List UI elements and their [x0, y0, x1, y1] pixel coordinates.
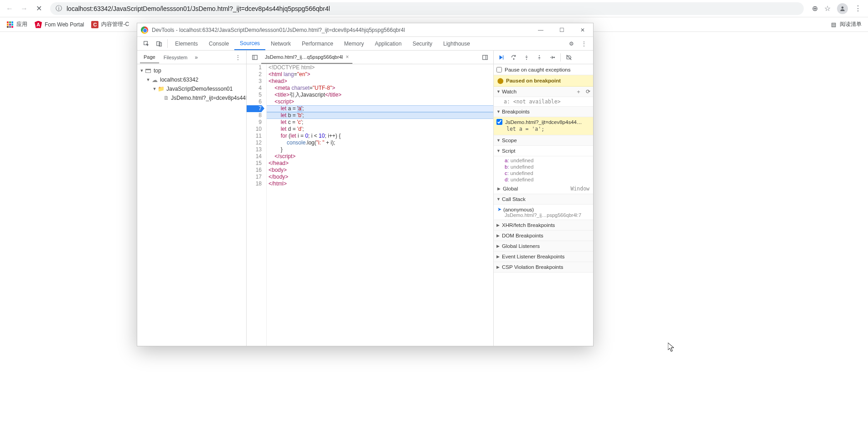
chrome-logo-icon [141, 26, 148, 32]
translate-icon[interactable]: ⊕ [812, 4, 818, 13]
reading-list[interactable]: ▤ 阅读清单 [827, 19, 864, 30]
devtools-titlebar[interactable]: DevTools - localhost:63342/JavaScriptDem… [137, 23, 593, 32]
apps-label: 应用 [16, 21, 27, 28]
star-icon[interactable]: ☆ [824, 4, 831, 13]
window-controls: — ☐ ✕ [530, 23, 593, 32]
svg-point-0 [842, 6, 844, 9]
reading-list-label: 阅读清单 [840, 21, 862, 28]
maximize-button[interactable]: ☐ [551, 23, 572, 32]
site-info-icon[interactable]: ⓘ [56, 5, 62, 13]
apps-shortcut[interactable]: 应用 [4, 19, 30, 30]
toolbar-right-icons: ⊕ ☆ ⋮ [809, 3, 864, 14]
url-bar[interactable]: ⓘ localhost:63342/JavaScriptDemo/lessson… [50, 2, 804, 15]
reading-list-icon: ▤ [830, 21, 837, 28]
browser-toolbar: ← → ✕ ⓘ localhost:63342/JavaScriptDemo/l… [0, 0, 868, 17]
profile-avatar[interactable] [837, 3, 848, 14]
back-button[interactable]: ← [4, 3, 16, 15]
forward-button[interactable]: → [18, 3, 30, 15]
chrome-menu-icon[interactable]: ⋮ [854, 4, 862, 13]
minimize-button[interactable]: — [530, 23, 551, 32]
devtools-window: DevTools - localhost:63342/JavaScriptDem… [137, 23, 594, 32]
url-text: localhost:63342/JavaScriptDemo/lessson01… [67, 5, 330, 12]
close-button[interactable]: ✕ [572, 23, 593, 32]
apps-icon [6, 21, 14, 28]
devtools-title: DevTools - localhost:63342/JavaScriptDem… [152, 27, 405, 32]
bookmark-content-label: 内容管理-C [101, 21, 129, 28]
stop-reload-button[interactable]: ✕ [33, 3, 45, 15]
bookmark-fom[interactable]: A Fom Web Portal [32, 19, 87, 30]
angular-icon: A [35, 21, 42, 28]
bookmark-fom-label: Fom Web Portal [45, 21, 84, 28]
c-icon: C [91, 21, 98, 28]
bookmark-content[interactable]: C 内容管理-C [88, 19, 132, 30]
